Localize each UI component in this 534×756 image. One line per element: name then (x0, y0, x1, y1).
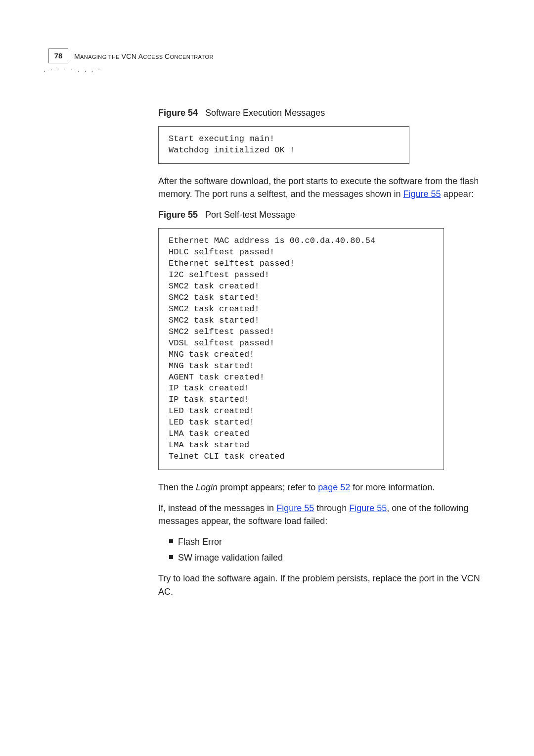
figure-55-caption: Figure 55 Port Self-test Message (158, 208, 487, 221)
rh-part: VCN A (122, 52, 143, 60)
figure-55-code: Ethernet MAC address is 00.c0.da.40.80.5… (158, 228, 444, 470)
rh-part: CCESS (143, 54, 165, 60)
figure-54-caption: Figure 54 Software Execution Messages (158, 106, 487, 119)
paragraph-login-prompt: Then the Login prompt appears; refer to … (158, 481, 487, 494)
login-italic: Login (196, 482, 218, 492)
paragraph-retry: Try to load the software again. If the p… (158, 572, 487, 598)
text: If, instead of the messages in (158, 503, 276, 513)
figure-54-code: Start executing main! Watchdog initializ… (158, 126, 409, 164)
figure-55-title: Port Self-test Message (205, 210, 295, 220)
link-figure-55[interactable]: Figure 55 (403, 189, 441, 199)
rh-part: ONCENTRATOR (170, 54, 213, 60)
text: prompt appears; refer to (218, 482, 318, 492)
figure-55-label: Figure 55 (158, 210, 198, 220)
main-content: Figure 54 Software Execution Messages St… (158, 101, 487, 606)
figure-54-title: Software Execution Messages (205, 108, 325, 118)
list-item: SW image validation failed (169, 551, 487, 564)
link-figure-55-b[interactable]: Figure 55 (349, 503, 387, 513)
rh-part: M (74, 52, 80, 60)
text: for more information. (350, 482, 435, 492)
page-number: 78 (48, 48, 68, 63)
text: appear: (441, 189, 474, 199)
running-header: MANAGING THE VCN ACCESS CONCENTRATOR (74, 51, 214, 61)
link-figure-55-a[interactable]: Figure 55 (276, 503, 314, 513)
link-page-52[interactable]: page 52 (318, 482, 350, 492)
text: Then the (158, 482, 196, 492)
paragraph-error-intro: If, instead of the messages in Figure 55… (158, 502, 487, 527)
list-item: Flash Error (169, 535, 487, 548)
paragraph-after-download: After the software download, the port st… (158, 175, 487, 200)
text: through (314, 503, 349, 513)
error-bullet-list: Flash Error SW image validation failed (158, 535, 487, 564)
figure-54-label: Figure 54 (158, 108, 198, 118)
rh-part: C (165, 52, 170, 60)
header-decoration: . · · · · . . . · (44, 64, 101, 74)
rh-part: ANAGING THE (80, 54, 121, 60)
